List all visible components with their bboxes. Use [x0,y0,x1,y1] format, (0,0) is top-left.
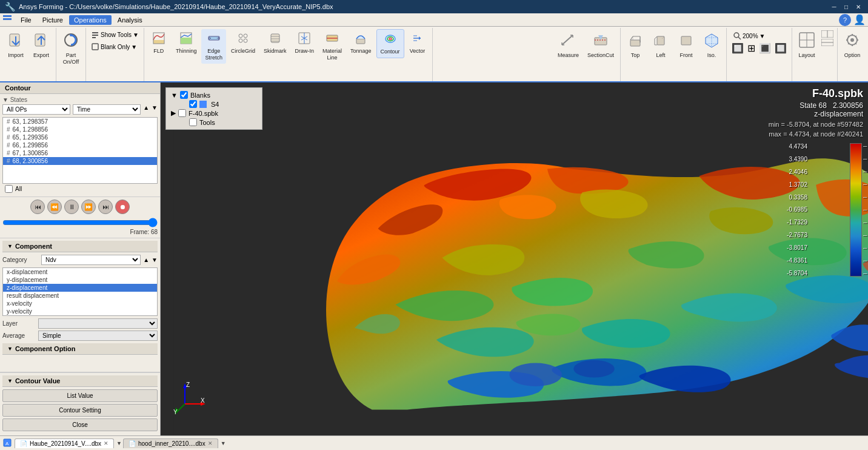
comp-x-velocity[interactable]: x-velocity [3,300,157,307]
menu-picture[interactable]: Picture [38,15,68,25]
zoom-fit-icon[interactable]: ⊞ [746,42,756,54]
maximize-button[interactable]: □ [841,2,851,12]
states-scroll-up-icon[interactable]: ▲ [143,104,149,115]
skidmark-label: Skidmark [264,48,287,55]
tab-haube-dropdown-icon[interactable]: ▼ [115,440,123,446]
measure-button[interactable]: Measure [554,29,583,61]
draw-in-button[interactable]: Draw-In [291,29,318,57]
list-value-button[interactable]: List Value [2,389,158,402]
help-button[interactable]: ? [839,14,851,26]
zoom-icon [733,32,741,40]
view-front-button[interactable]: Front [674,29,698,61]
states-list[interactable]: #63, 1.298357 #64, 1.298856 #65, 1.29935… [2,117,158,184]
close-button[interactable]: Close [2,418,158,431]
ribbon-buttons-import-export: Import Export [4,29,53,80]
comp-y-displacement[interactable]: y-displacement [3,276,157,284]
comp-y-velocity[interactable]: y-velocity [3,307,157,315]
time-filter-select[interactable]: Time [73,104,141,115]
layer-select[interactable] [38,318,158,329]
tab-hood[interactable]: 📄 hood_inner_20210....dbx ✕ [123,438,218,448]
thinning-button[interactable]: Thinning [172,29,201,57]
svg-point-7 [70,34,72,36]
skidmark-button[interactable]: Skidmark [260,29,290,57]
state-item-64[interactable]: #64, 1.298856 [3,126,157,133]
play-next-button[interactable]: ⏩ [81,200,96,214]
edge-stretch-button[interactable]: EdgeStretch [201,29,226,64]
layout-button[interactable]: Layout [795,29,819,61]
menu-file[interactable]: File [16,15,36,25]
tree-tools-checkbox[interactable] [189,118,197,126]
view-left-button[interactable]: Left [649,29,673,61]
tree-f40[interactable]: ▶ F-40.spbk [171,109,257,118]
category-select[interactable]: Ndv [41,255,141,265]
all-checkbox-row: All [2,184,158,194]
play-prev-button[interactable]: ⏪ [47,200,62,214]
tab-haube-close-icon[interactable]: ✕ [104,440,109,446]
average-select[interactable]: Simple [38,331,158,341]
material-line-button[interactable]: MaterialLine [319,29,346,64]
component-list[interactable]: x-displacement y-displacement z-displace… [2,267,158,316]
circlegrid-button[interactable]: CircleGrid [227,29,259,57]
tonnage-button[interactable]: Tonnage [347,29,375,57]
fld-button[interactable]: FLD [147,29,171,57]
comp-x-displacement[interactable]: x-displacement [3,268,157,276]
contour-setting-button[interactable]: Contour Setting [2,404,158,417]
play-first-button[interactable]: ⏮ [30,200,45,214]
svg-point-20 [244,39,247,42]
ribbon-group-part: PartOn/Off [56,28,86,81]
category-scroll-up[interactable]: ▲ [143,257,149,263]
tab-haube[interactable]: 📄 Haube_20210914_V....dbx ✕ [15,438,114,448]
option-button[interactable]: Option [840,29,864,61]
export-button[interactable]: Export [29,29,53,61]
view-left-icon [652,32,669,51]
tree-f40-checkbox[interactable] [178,109,186,117]
tree-blanks[interactable]: ▼ Blanks [171,90,257,99]
menu-analysis[interactable]: Analysis [113,15,147,25]
legend-val-4: 0.3358 [787,194,807,201]
frame-slider[interactable] [2,218,158,227]
comp-result-displacement[interactable]: result displacement [3,292,157,300]
vector-button[interactable]: Vector [406,29,430,57]
tree-s4[interactable]: S4 [181,99,257,109]
sectioncut-button[interactable]: SectionCut [584,29,618,61]
viewport[interactable]: ▼ Blanks S4 ▶ F-40.spbk [161,82,868,435]
minimize-button[interactable]: ─ [829,2,839,12]
category-scroll-down[interactable]: ▼ [152,257,158,263]
contour-button[interactable]: Contour [376,29,404,58]
record-button[interactable]: ⏺ [115,200,130,214]
state-item-66[interactable]: #66, 1.299856 [3,141,157,149]
play-last-button[interactable]: ⏭ [98,200,113,214]
state-item-63[interactable]: #63, 1.298357 [3,118,157,126]
view-iso-button[interactable]: Iso. [699,29,724,61]
states-scroll-down-icon[interactable]: ▼ [152,104,158,115]
tab-hood-close-icon[interactable]: ✕ [208,440,213,446]
view-top-button[interactable]: Top [623,29,647,61]
show-tools-button[interactable]: Show Tools ▼ [88,29,141,40]
tree-s4-checkbox[interactable] [189,100,197,108]
close-button[interactable]: ✕ [853,2,863,12]
all-checkbox[interactable] [5,185,13,193]
tree-tools[interactable]: Tools [181,118,257,127]
zoom-in-icon[interactable]: 🔲 [730,42,745,54]
menu-operations[interactable]: Operations [69,15,112,25]
title-controls[interactable]: ─ □ ✕ [829,2,863,12]
play-pause-button[interactable]: ⏸ [64,200,79,214]
tab-hood-dropdown-icon[interactable]: ▼ [219,440,227,446]
blank-only-button[interactable]: Blank Only ▼ [88,41,141,52]
import-button[interactable]: Import [4,29,28,61]
part-onoff-button[interactable]: PartOn/Off [59,29,83,68]
zoom-extra-icon[interactable]: 🔲 [773,42,788,54]
state-item-65[interactable]: #65, 1.299356 [3,133,157,141]
svg-text:A: A [5,441,9,446]
zoom-out-icon[interactable]: 🔳 [758,42,772,54]
state-item-68[interactable]: #68, 2.300856 [3,157,157,165]
ops-filter-select[interactable]: All OPs [2,104,70,115]
title-left: 🔧 Ansys Forming - C:/Users/volke/Simulat… [5,2,333,12]
zoom-button[interactable]: 200% ▼ [730,30,788,41]
svg-rect-10 [92,37,96,38]
state-item-67[interactable]: #67, 1.300856 [3,149,157,157]
menu-icon [2,14,12,25]
comp-z-displacement[interactable]: z-displacement [3,284,157,292]
tree-blanks-checkbox[interactable] [180,91,188,99]
view-top-label: Top [631,52,640,59]
